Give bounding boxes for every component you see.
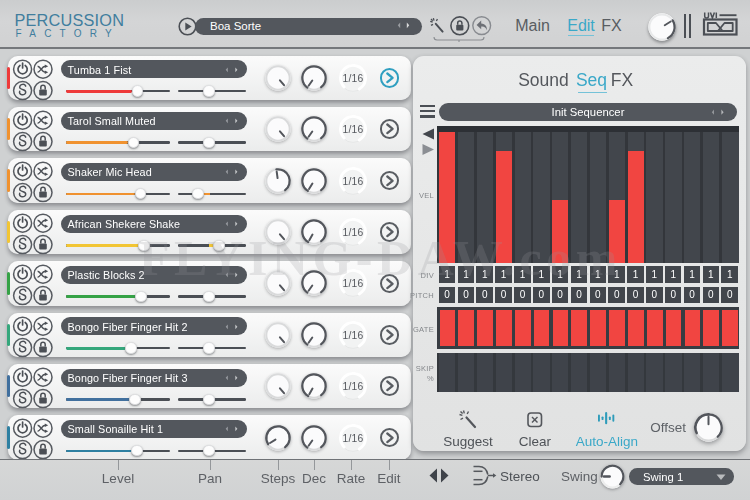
svg-text:1/16: 1/16	[342, 432, 363, 443]
svg-text:1/16: 1/16	[342, 72, 363, 83]
svg-text:1/16: 1/16	[342, 124, 363, 135]
svg-text:1/16: 1/16	[342, 329, 363, 340]
svg-text:1/16: 1/16	[342, 381, 363, 392]
svg-text:1/16: 1/16	[342, 175, 363, 186]
